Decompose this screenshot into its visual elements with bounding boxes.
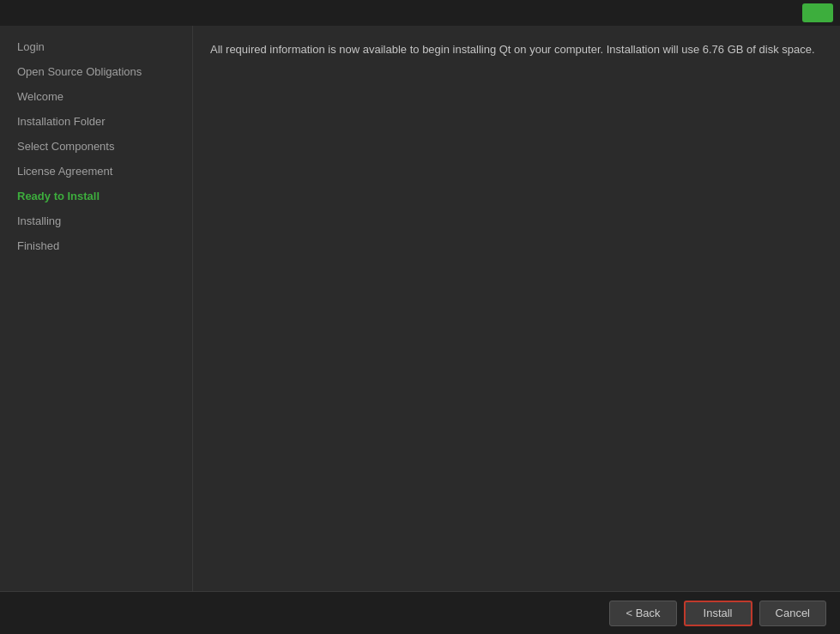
content-area: All required information is now availabl… [193, 26, 840, 591]
sidebar-item-installing[interactable]: Installing [0, 208, 192, 233]
sidebar-item-finished[interactable]: Finished [0, 233, 192, 258]
cancel-button[interactable]: Cancel [759, 601, 826, 626]
sidebar-item-license-agreement[interactable]: License Agreement [0, 159, 192, 184]
sidebar-item-login[interactable]: Login [0, 34, 192, 59]
sidebar-item-open-source-obligations[interactable]: Open Source Obligations [0, 59, 192, 84]
main-area: LoginOpen Source ObligationsWelcomeInsta… [0, 26, 840, 591]
top-bar-button[interactable] [802, 3, 833, 22]
install-button[interactable]: Install [684, 601, 752, 626]
sidebar-item-select-components[interactable]: Select Components [0, 134, 192, 159]
back-button[interactable]: < Back [609, 601, 676, 626]
sidebar-item-welcome[interactable]: Welcome [0, 84, 192, 109]
content-description: All required information is now availabl… [210, 41, 823, 59]
top-bar [0, 0, 840, 26]
sidebar: LoginOpen Source ObligationsWelcomeInsta… [0, 26, 193, 591]
sidebar-item-ready-to-install[interactable]: Ready to Install [0, 184, 192, 208]
bottom-bar: < Back Install Cancel [0, 591, 840, 634]
sidebar-item-installation-folder[interactable]: Installation Folder [0, 109, 192, 134]
